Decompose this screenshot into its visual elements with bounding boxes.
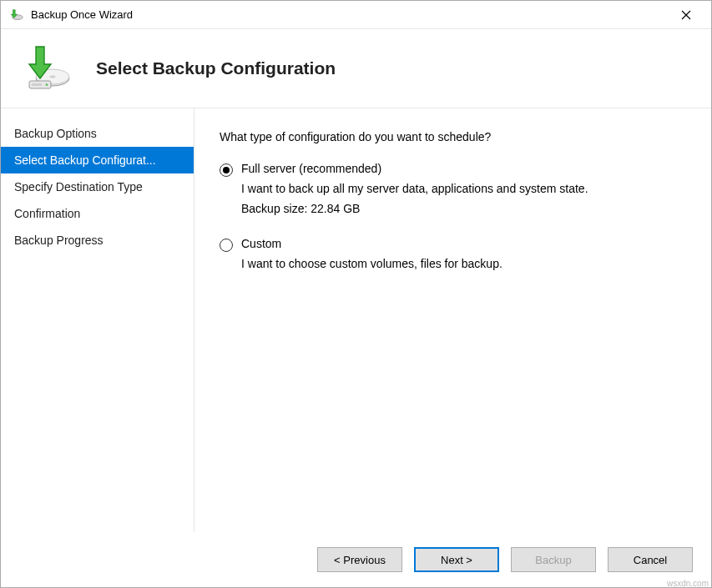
next-button[interactable]: Next > (414, 547, 499, 572)
sidebar-item-backup-progress[interactable]: Backup Progress (1, 227, 194, 254)
wizard-steps-sidebar: Backup Options Select Backup Configurat.… (1, 108, 194, 532)
cancel-button[interactable]: Cancel (608, 547, 693, 572)
backup-size: Backup size: 22.84 GB (241, 202, 588, 215)
radio-custom[interactable] (220, 239, 233, 252)
option-label: Full server (recommended) (241, 162, 588, 175)
option-custom[interactable]: Custom I want to choose custom volumes, … (220, 237, 694, 270)
page-title: Select Backup Configuration (96, 58, 336, 78)
sidebar-item-backup-options[interactable]: Backup Options (1, 120, 194, 147)
configuration-question: What type of configuration do you want t… (220, 130, 694, 143)
svg-rect-5 (32, 83, 42, 86)
sidebar-item-select-backup-configuration[interactable]: Select Backup Configurat... (1, 147, 194, 173)
wizard-footer: < Previous Next > Backup Cancel (1, 532, 711, 587)
backup-disk-arrow-icon (21, 43, 71, 93)
backup-disk-arrow-icon (9, 8, 24, 23)
option-description: I want to back up all my server data, ap… (241, 182, 588, 195)
wizard-body: Backup Options Select Backup Configurat.… (1, 108, 711, 532)
close-button[interactable] (669, 3, 703, 28)
option-label: Custom (241, 237, 502, 250)
titlebar: Backup Once Wizard (1, 1, 711, 29)
previous-button[interactable]: < Previous (317, 547, 402, 572)
svg-point-3 (50, 75, 56, 78)
wizard-header: Select Backup Configuration (1, 29, 711, 108)
backup-button: Backup (511, 547, 596, 572)
option-description: I want to choose custom volumes, files f… (241, 257, 502, 270)
sidebar-item-specify-destination-type[interactable]: Specify Destination Type (1, 173, 194, 200)
wizard-window: Backup Once Wizard Select Backup Configu… (0, 0, 712, 588)
radio-full-server[interactable] (220, 163, 233, 177)
sidebar-item-confirmation[interactable]: Confirmation (1, 200, 194, 227)
watermark: wsxdn.com (667, 579, 709, 588)
wizard-content: What type of configuration do you want t… (194, 108, 711, 532)
option-full-server[interactable]: Full server (recommended) I want to back… (220, 162, 694, 215)
svg-point-6 (46, 83, 48, 86)
window-title: Backup Once Wizard (31, 8, 669, 21)
